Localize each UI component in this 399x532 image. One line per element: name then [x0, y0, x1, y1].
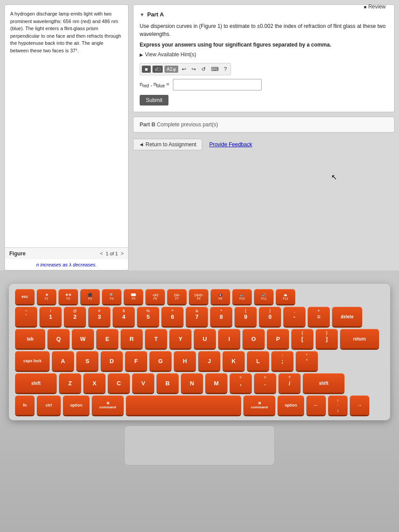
key-f1[interactable]: ☀F1	[37, 289, 56, 304]
key-f3[interactable]: ⬛F3	[80, 289, 100, 304]
hint-link[interactable]: View Available Hint(s)	[140, 51, 388, 58]
keyboard-icon[interactable]: ⌨	[209, 65, 220, 73]
key-1[interactable]: !1	[39, 307, 62, 326]
key-arrow-right[interactable]: →	[350, 395, 369, 415]
key-period[interactable]: >.	[254, 373, 276, 393]
key-arrow-updown[interactable]: ↑ ↓	[328, 395, 348, 415]
key-k[interactable]: K	[223, 351, 245, 371]
key-g[interactable]: G	[149, 351, 172, 371]
key-backtick[interactable]: ~`	[15, 307, 37, 326]
key-fn[interactable]: fn	[15, 395, 35, 415]
key-esc[interactable]: esc	[15, 289, 35, 304]
problem-description: A hydrogen discharge lamp emits light wi…	[5, 5, 128, 247]
toolbar-btn-1[interactable]: ■	[142, 66, 151, 73]
key-f8[interactable]: ▷▷▷F8	[189, 289, 208, 304]
redo-icon[interactable]: ↪	[190, 65, 198, 73]
key-arrow-left[interactable]: ←	[306, 395, 326, 415]
key-option-right[interactable]: option	[278, 395, 304, 415]
key-9[interactable]: (9	[235, 307, 257, 326]
key-8[interactable]: *8	[210, 307, 232, 326]
key-r[interactable]: R	[121, 329, 143, 348]
key-command-left[interactable]: ⌘ command	[92, 395, 124, 415]
key-v[interactable]: V	[132, 373, 154, 393]
key-comma[interactable]: <,	[230, 373, 252, 393]
key-f10[interactable]: 🔉F10	[232, 289, 252, 304]
key-f12[interactable]: ⏏F12	[276, 289, 295, 304]
key-q[interactable]: Q	[47, 329, 70, 348]
help-icon[interactable]: ?	[222, 65, 229, 73]
key-5[interactable]: %5	[137, 307, 159, 326]
answer-input[interactable]	[173, 79, 262, 90]
key-capslock[interactable]: caps lock	[15, 351, 50, 371]
key-3[interactable]: #3	[88, 307, 110, 326]
screen-area: Review A hydrogen discharge lamp emits l…	[0, 0, 399, 275]
key-quote[interactable]: "'	[296, 351, 318, 371]
key-minus[interactable]: _-	[283, 307, 305, 326]
key-f6[interactable]: ◁◁F6	[145, 289, 165, 304]
key-a[interactable]: A	[52, 351, 74, 371]
key-x[interactable]: X	[83, 373, 106, 393]
key-option-left[interactable]: option	[63, 395, 90, 415]
key-f11[interactable]: 🔊F11	[254, 289, 274, 304]
key-shift-left[interactable]: shift	[15, 373, 57, 393]
key-ctrl[interactable]: ctrl	[37, 395, 61, 415]
key-command-right[interactable]: ⌘ command	[243, 395, 275, 415]
key-semicolon[interactable]: :;	[271, 351, 293, 371]
key-i[interactable]: I	[218, 329, 240, 348]
page-indicator: 1 of 1	[106, 251, 118, 256]
review-button[interactable]: Review	[364, 4, 386, 10]
undo-icon[interactable]: ↩	[180, 65, 188, 73]
key-n[interactable]: N	[181, 373, 203, 393]
input-label: nred , nblue =	[140, 81, 169, 88]
figure-label: Figure	[9, 250, 26, 257]
key-f7[interactable]: ▷▷F7	[167, 289, 187, 304]
key-f9[interactable]: 🔇F9	[211, 289, 230, 304]
key-t[interactable]: T	[145, 329, 167, 348]
express-note: Express your answers using four signific…	[140, 41, 388, 49]
key-7[interactable]: &7	[186, 307, 208, 326]
part-b-complete: Complete previous part(s)	[157, 121, 218, 128]
key-f[interactable]: F	[125, 351, 147, 371]
toolbar-btn-3[interactable]: ΑΣφ	[164, 66, 178, 73]
key-equals[interactable]: +=	[308, 307, 330, 326]
key-f5[interactable]: ⌨F5	[124, 289, 143, 304]
next-figure-button[interactable]: >	[121, 250, 124, 257]
key-4[interactable]: $4	[113, 307, 135, 326]
key-tab[interactable]: tab	[15, 329, 45, 348]
key-shift-right[interactable]: shift	[303, 373, 344, 393]
key-s[interactable]: S	[76, 351, 98, 371]
part-a-toggle[interactable]: ▼	[140, 12, 145, 17]
key-f4[interactable]: 🔍F4	[102, 289, 121, 304]
key-y[interactable]: Y	[169, 329, 192, 348]
submit-button[interactable]: Submit	[140, 95, 168, 106]
key-j[interactable]: J	[198, 351, 220, 371]
key-space[interactable]	[126, 395, 241, 415]
key-lbracket[interactable]: {[	[291, 329, 313, 348]
key-2[interactable]: @2	[64, 307, 86, 326]
key-delete[interactable]: delete	[332, 307, 362, 326]
key-return[interactable]: return	[340, 329, 379, 348]
key-c[interactable]: C	[108, 373, 130, 393]
key-u[interactable]: U	[194, 329, 216, 348]
key-h[interactable]: H	[174, 351, 196, 371]
toolbar-btn-2[interactable]: √□	[153, 66, 163, 73]
return-button[interactable]: ◄ Return to Assignment	[133, 139, 202, 150]
key-p[interactable]: P	[267, 329, 289, 348]
reset-icon[interactable]: ↺	[200, 65, 207, 73]
key-e[interactable]: E	[96, 329, 118, 348]
prev-figure-button[interactable]: <	[100, 250, 103, 257]
key-o[interactable]: O	[243, 329, 265, 348]
key-0[interactable]: )0	[259, 307, 281, 326]
key-slash[interactable]: ?/	[278, 373, 301, 393]
key-w[interactable]: W	[72, 329, 94, 348]
key-l[interactable]: L	[247, 351, 269, 371]
key-f2[interactable]: ☀☀F2	[59, 289, 78, 304]
feedback-link[interactable]: Provide Feedback	[209, 141, 252, 148]
key-z[interactable]: Z	[59, 373, 81, 393]
key-6[interactable]: ^6	[161, 307, 184, 326]
trackpad[interactable]	[124, 426, 275, 466]
key-rbracket[interactable]: }]	[316, 329, 338, 348]
key-m[interactable]: M	[205, 373, 227, 393]
key-d[interactable]: D	[101, 351, 123, 371]
key-b[interactable]: B	[156, 373, 179, 393]
